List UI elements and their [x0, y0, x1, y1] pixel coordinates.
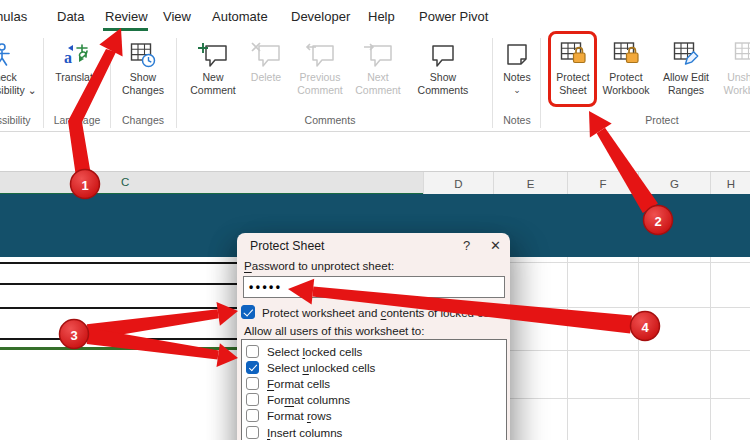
- form-border-line: [0, 283, 237, 285]
- delete-comment-icon: [251, 36, 281, 68]
- svg-text:a: a: [64, 49, 72, 66]
- group-separator: [110, 38, 111, 128]
- new-comment-button[interactable]: NewComment: [183, 36, 243, 114]
- notes-icon: [505, 36, 529, 68]
- gridline: [510, 398, 750, 399]
- group-label-notes: Notes: [503, 114, 530, 126]
- group-label-language: Language: [54, 114, 101, 126]
- gridline: [510, 307, 750, 308]
- form-green-line: [0, 347, 237, 350]
- group-separator: [492, 38, 493, 128]
- protect-contents-label: Protect worksheet and contents of locked…: [262, 306, 500, 319]
- tab-automate[interactable]: Automate: [212, 9, 268, 24]
- next-comment-button[interactable]: NextComment: [350, 36, 406, 114]
- column-header-g[interactable]: G: [638, 172, 710, 195]
- tab-help[interactable]: Help: [368, 9, 395, 24]
- group-label-accessibility: Accessibility: [0, 114, 31, 126]
- tab-data[interactable]: Data: [57, 9, 84, 24]
- checkbox-checked-icon[interactable]: [246, 361, 259, 374]
- new-comment-icon: [198, 36, 228, 68]
- option-select-unlocked-cells[interactable]: Select unlocked cells: [242, 359, 506, 375]
- column-header-h[interactable]: H: [710, 172, 750, 195]
- form-border-line: [0, 307, 237, 309]
- accessibility-icon: [0, 36, 15, 68]
- show-comments-button[interactable]: ShowComments: [408, 36, 478, 114]
- permissions-listbox[interactable]: Select locked cells Select unlocked cell…: [241, 339, 507, 440]
- show-changes-button[interactable]: ShowChanges: [113, 36, 173, 114]
- group-label-protect: Protect: [645, 114, 678, 126]
- password-label: Password to unprotect sheet:: [244, 259, 394, 272]
- excel-window: Formulas Data Review View Automate Devel…: [0, 0, 750, 440]
- check-accessibility-button[interactable]: Check Accessibility ⌄: [0, 36, 44, 114]
- chevron-down-icon: ⌄: [28, 84, 37, 96]
- gridline: [638, 257, 639, 440]
- checkbox-icon[interactable]: [246, 409, 259, 422]
- allow-users-label: Allow all users of this worksheet to:: [244, 324, 424, 337]
- dialog-title-bar[interactable]: Protect Sheet ? ✕: [237, 233, 510, 258]
- option-format-rows[interactable]: Format rows: [242, 408, 506, 424]
- show-changes-icon: [130, 36, 156, 68]
- option-format-cells[interactable]: Format cells: [242, 375, 506, 391]
- dialog-title: Protect Sheet: [250, 239, 325, 253]
- option-format-columns[interactable]: Format columns: [242, 392, 506, 408]
- unshare-workbook-button[interactable]: UnshareWorkbook: [717, 36, 750, 114]
- column-header-c[interactable]: C: [0, 172, 423, 195]
- delete-comment-button[interactable]: Delete: [243, 36, 289, 114]
- close-icon[interactable]: ✕: [481, 233, 510, 258]
- form-border-line: [0, 262, 237, 264]
- checkbox-checked-icon[interactable]: [241, 305, 255, 319]
- previous-comment-button[interactable]: PreviousComment: [291, 36, 349, 114]
- checkbox-icon[interactable]: [246, 393, 259, 406]
- tab-review[interactable]: Review: [105, 9, 148, 24]
- protect-workbook-button[interactable]: ProtectWorkbook: [597, 36, 655, 114]
- group-separator: [176, 38, 177, 128]
- notes-button[interactable]: Notes ⌄: [494, 36, 540, 114]
- gridline: [510, 262, 750, 263]
- protect-workbook-icon: [613, 36, 640, 68]
- formula-bar-area: [0, 133, 750, 171]
- checkbox-icon[interactable]: [246, 345, 259, 358]
- tab-power-pivot[interactable]: Power Pivot: [419, 9, 488, 24]
- group-label-changes: Changes: [122, 114, 164, 126]
- next-comment-icon: [363, 36, 393, 68]
- option-insert-columns[interactable]: Insert columns: [242, 424, 506, 440]
- form-border-line: [0, 338, 237, 340]
- group-separator: [540, 38, 541, 128]
- protect-sheet-dialog: Protect Sheet ? ✕ Password to unprotect …: [237, 233, 510, 440]
- column-header-d[interactable]: D: [423, 172, 493, 195]
- allow-edit-ranges-button[interactable]: Allow EditRanges: [657, 36, 715, 114]
- menu-bar: Formulas Data Review View Automate Devel…: [0, 0, 750, 33]
- password-input[interactable]: •••••: [243, 276, 505, 298]
- show-comments-icon: [429, 36, 457, 68]
- group-label-comments: Comments: [305, 114, 356, 126]
- gridline: [567, 257, 568, 440]
- tab-formulas[interactable]: Formulas: [0, 9, 27, 24]
- column-headers: C D E F G H: [0, 171, 750, 194]
- checkbox-icon[interactable]: [246, 426, 259, 439]
- unshare-workbook-icon: [734, 36, 750, 68]
- translate-button[interactable]: a Translate: [48, 36, 106, 114]
- column-header-f[interactable]: F: [567, 172, 638, 195]
- tab-developer[interactable]: Developer: [291, 9, 350, 24]
- ribbon: Check Accessibility ⌄ a Translate: [0, 33, 750, 132]
- protect-sheet-highlight-box: [548, 31, 597, 107]
- help-icon[interactable]: ?: [452, 233, 481, 258]
- previous-comment-icon: [305, 36, 335, 68]
- option-select-locked-cells[interactable]: Select locked cells: [242, 343, 506, 359]
- tab-view[interactable]: View: [163, 9, 191, 24]
- translate-icon: a: [63, 36, 91, 68]
- gridline: [510, 350, 750, 351]
- protect-contents-checkbox-row[interactable]: Protect worksheet and contents of locked…: [241, 305, 500, 319]
- allow-edit-ranges-icon: [673, 36, 700, 68]
- checkbox-icon[interactable]: [246, 377, 259, 390]
- gridline: [710, 257, 711, 440]
- password-value: •••••: [244, 280, 283, 294]
- chevron-down-icon: ⌄: [513, 86, 521, 95]
- column-header-e[interactable]: E: [493, 172, 567, 195]
- active-tab-underline: [103, 28, 148, 31]
